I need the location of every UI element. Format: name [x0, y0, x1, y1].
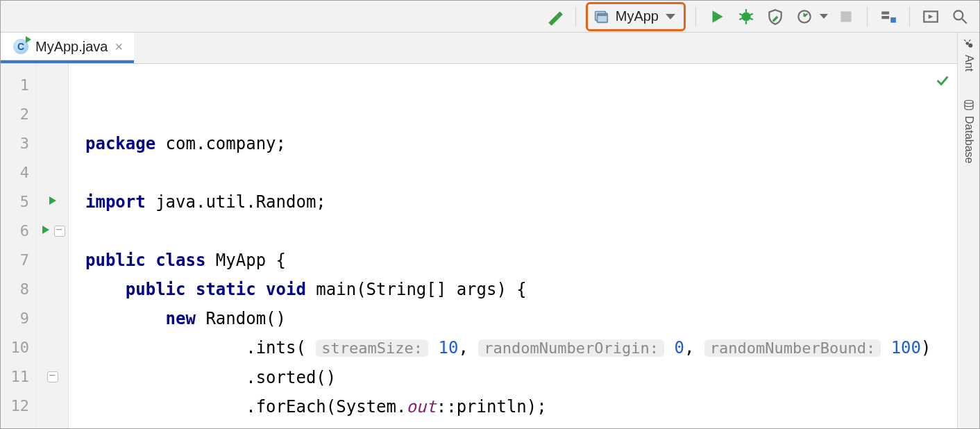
svg-line-7 [750, 13, 752, 15]
run-anything-icon[interactable] [920, 6, 942, 28]
svg-line-16 [962, 19, 967, 24]
run-line-marker-icon[interactable] [40, 224, 51, 238]
toolbar-separator [909, 7, 910, 26]
right-tool-rail: Ant Database [957, 33, 979, 428]
parameter-hint: randomNumberBound: [704, 339, 881, 357]
run-configuration-label: MyApp [616, 8, 659, 24]
svg-point-3 [742, 12, 751, 21]
profile-icon[interactable] [793, 6, 816, 28]
ant-icon [963, 38, 975, 51]
line-number-gutter: 123 456 789 101112 [1, 64, 37, 428]
debug-icon[interactable] [735, 6, 757, 28]
toolbar-separator [695, 7, 696, 26]
database-tool-window-button[interactable]: Database [963, 99, 975, 164]
run-icon[interactable] [706, 6, 728, 28]
svg-line-19 [964, 40, 965, 42]
main-toolbar: MyApp [1, 1, 979, 33]
svg-rect-13 [890, 17, 896, 23]
svg-point-18 [968, 44, 972, 48]
close-tab-icon[interactable]: × [115, 40, 124, 53]
editor-tabs: C MyApp.java × [1, 33, 957, 64]
svg-point-21 [965, 101, 973, 104]
svg-line-20 [969, 40, 970, 42]
code-editor[interactable]: 123 456 789 101112 package com.company; … [1, 64, 957, 428]
editor-tab-label: MyApp.java [35, 39, 108, 55]
chevron-down-icon [666, 14, 675, 19]
project-structure-icon[interactable] [877, 6, 899, 28]
search-everywhere-icon[interactable] [949, 6, 971, 28]
run-configuration-selector[interactable]: MyApp [586, 2, 686, 31]
parameter-hint: randomNumberOrigin: [478, 339, 664, 357]
stop-icon [835, 6, 857, 28]
database-label: Database [963, 116, 975, 164]
svg-rect-2 [597, 13, 607, 16]
svg-point-17 [965, 42, 969, 46]
build-icon[interactable] [543, 6, 566, 28]
fold-toggle-icon[interactable] [47, 371, 58, 382]
coverage-icon[interactable] [764, 6, 786, 28]
fold-toggle-icon[interactable] [54, 226, 65, 237]
code-area[interactable]: package com.company; import java.util.Ra… [69, 64, 957, 428]
toolbar-separator [867, 7, 868, 26]
svg-line-6 [739, 13, 742, 15]
java-class-icon: C [13, 39, 28, 54]
svg-rect-12 [840, 11, 851, 22]
parameter-hint: streamSize: [316, 339, 428, 357]
editor-column: C MyApp.java × 123 456 789 101112 packag… [1, 33, 957, 428]
main-area: C MyApp.java × 123 456 789 101112 packag… [1, 33, 979, 428]
gutter-icons [37, 64, 69, 428]
chevron-down-icon[interactable] [820, 14, 828, 19]
application-icon [593, 9, 609, 24]
svg-line-9 [750, 18, 752, 19]
toolbar-separator [575, 7, 576, 26]
inspection-ok-icon [935, 68, 950, 97]
svg-line-8 [739, 18, 742, 19]
run-line-marker-icon[interactable] [47, 195, 58, 209]
ant-tool-window-button[interactable]: Ant [963, 38, 975, 72]
ant-label: Ant [963, 55, 975, 72]
editor-tab[interactable]: C MyApp.java × [1, 33, 134, 63]
database-icon [963, 99, 975, 112]
svg-point-15 [954, 10, 963, 19]
